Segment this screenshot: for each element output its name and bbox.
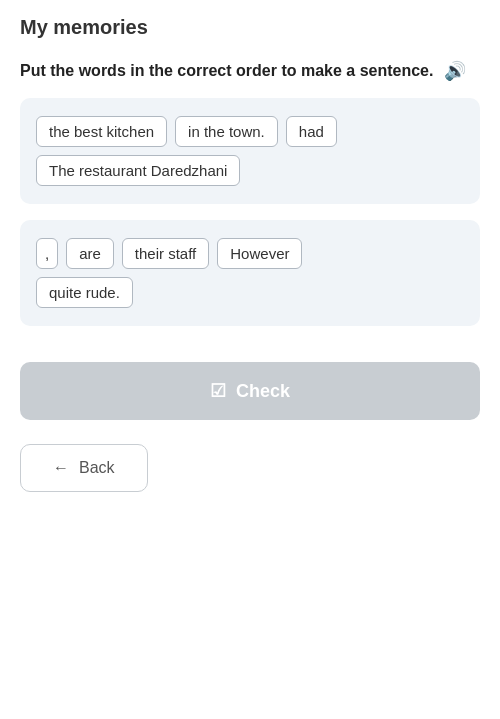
word-chip[interactable]: in the town. xyxy=(175,116,278,147)
checkmark-icon: ☑ xyxy=(210,380,226,402)
sentence1-box: the best kitchen in the town. had The re… xyxy=(20,98,480,204)
instruction-text: Put the words in the correct order to ma… xyxy=(20,59,480,84)
word-chip[interactable]: the best kitchen xyxy=(36,116,167,147)
arrow-left-icon: ← xyxy=(53,459,69,477)
sentence1-row2: The restaurant Daredzhani xyxy=(36,155,464,186)
back-button[interactable]: ← Back xyxy=(20,444,148,492)
sentence2-box: , are their staff However quite rude. xyxy=(20,220,480,326)
word-chip[interactable]: are xyxy=(66,238,114,269)
word-chip[interactable]: However xyxy=(217,238,302,269)
page-title: My memories xyxy=(20,16,480,39)
audio-icon[interactable]: 🔊 xyxy=(444,59,466,84)
back-button-label: Back xyxy=(79,459,115,477)
word-chip[interactable]: quite rude. xyxy=(36,277,133,308)
word-chip[interactable]: The restaurant Daredzhani xyxy=(36,155,240,186)
check-button-label: Check xyxy=(236,381,290,402)
sentence2-row2: quite rude. xyxy=(36,277,464,308)
check-button[interactable]: ☑ Check xyxy=(20,362,480,420)
word-chip[interactable]: had xyxy=(286,116,337,147)
word-chip[interactable]: , xyxy=(36,238,58,269)
sentence1-row1: the best kitchen in the town. had xyxy=(36,116,464,147)
word-chip[interactable]: their staff xyxy=(122,238,209,269)
sentence2-row1: , are their staff However xyxy=(36,238,464,269)
